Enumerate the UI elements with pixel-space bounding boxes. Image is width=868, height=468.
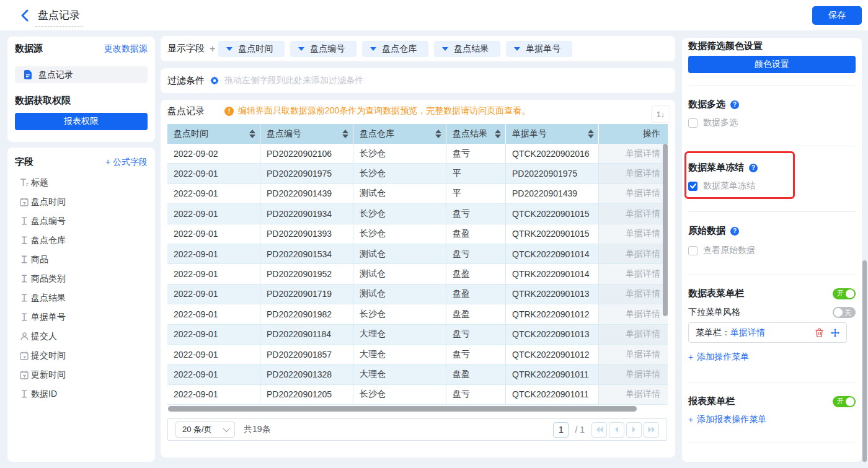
menu-item-label: 菜单栏：: [696, 327, 730, 338]
filter-dropzone-placeholder[interactable]: 拖动左侧字段到此处来添加过滤条件: [224, 75, 363, 86]
prev-page-button[interactable]: [609, 422, 624, 438]
chip-label: 盘点结果: [454, 43, 489, 55]
add-display-field-button[interactable]: +: [210, 43, 215, 55]
column-header-label: 单据单号: [512, 128, 547, 139]
table-row: 2022-09-01PD20220901857大理仓盘亏QTCK20220901…: [167, 345, 668, 364]
table-cell: 盘亏: [446, 345, 506, 364]
column-header[interactable]: 盘点时间: [167, 124, 260, 144]
page-number-input[interactable]: 1: [553, 422, 569, 438]
row-detail-link[interactable]: 单据详情: [599, 264, 668, 284]
column-header[interactable]: 单据单号: [506, 124, 599, 144]
row-detail-link[interactable]: 单据详情: [599, 285, 668, 304]
row-detail-link[interactable]: 单据详情: [599, 345, 668, 364]
cell-text: PD20220901534: [267, 249, 332, 259]
detail-link-label: 单据详情: [626, 148, 660, 159]
raw-data-checkbox[interactable]: [688, 246, 698, 255]
field-item[interactable]: 提交人: [15, 327, 148, 346]
save-button[interactable]: 保存: [812, 6, 862, 25]
field-item[interactable]: 盘点编号: [15, 211, 148, 231]
dropdown-style-toggle[interactable]: 关: [833, 307, 856, 318]
add-formula-field-link[interactable]: + 公式字段: [105, 157, 148, 168]
next-page-button[interactable]: [626, 422, 642, 438]
table-menubar-toggle[interactable]: 开: [833, 288, 856, 299]
row-detail-link[interactable]: 单据详情: [599, 364, 668, 384]
display-fields-card: 显示字段 + 盘点时间盘点编号盘点仓库盘点结果单据单号: [161, 36, 675, 61]
first-page-button[interactable]: [591, 422, 607, 438]
datasource-item[interactable]: 盘点记录: [15, 66, 148, 83]
display-field-chip[interactable]: 盘点编号: [290, 41, 356, 57]
plus-icon: +: [688, 415, 693, 425]
field-item[interactable]: 更新时间: [15, 365, 148, 384]
multi-select-checkbox[interactable]: [688, 118, 698, 128]
field-item[interactable]: 盘点结果: [15, 288, 148, 307]
table-vertical-scrollbar[interactable]: [663, 144, 668, 316]
chip-label: 盘点仓库: [382, 43, 417, 55]
display-field-chip[interactable]: 盘点结果: [434, 41, 500, 57]
display-field-chip[interactable]: 盘点仓库: [362, 41, 428, 57]
detail-link-label: 单据详情: [626, 168, 660, 179]
text-icon: [20, 216, 29, 226]
sort-order-button[interactable]: 1↓: [651, 105, 670, 123]
page-size-select[interactable]: 20 条/页: [175, 422, 235, 438]
window-scrollbar[interactable]: [862, 260, 867, 462]
back-button[interactable]: [16, 7, 32, 24]
field-item-label: 提交时间: [31, 350, 66, 361]
row-detail-link[interactable]: 单据详情: [599, 385, 668, 405]
field-item[interactable]: 盘点仓库: [15, 231, 148, 250]
trash-icon[interactable]: [815, 329, 823, 337]
cell-text: 2022-09-02: [174, 149, 218, 159]
gear-icon[interactable]: [210, 76, 219, 85]
field-item[interactable]: 提交时间: [15, 346, 148, 365]
change-datasource-link[interactable]: 更改数据源: [104, 43, 148, 55]
sort-icon[interactable]: [588, 130, 594, 138]
color-settings-button[interactable]: 颜色设置: [688, 56, 856, 73]
report-menubar-toggle[interactable]: 开: [833, 396, 856, 407]
row-detail-link[interactable]: 单据详情: [599, 184, 668, 204]
row-detail-link[interactable]: 单据详情: [599, 204, 668, 224]
multi-select-checkbox-row[interactable]: 数据多选: [688, 117, 856, 128]
sort-icon[interactable]: [342, 130, 348, 138]
table-row: 2022-09-01PD20220901934长沙仓盘亏QTCK20220901…: [167, 204, 668, 224]
field-item[interactable]: 单据单号: [15, 307, 148, 327]
help-icon[interactable]: ?: [730, 227, 739, 236]
table-horizontal-scrollbar[interactable]: [168, 406, 637, 412]
last-page-button[interactable]: [644, 422, 659, 438]
row-detail-link[interactable]: 单据详情: [599, 325, 668, 345]
column-header[interactable]: 盘点仓库: [353, 124, 446, 144]
column-header[interactable]: 盘点结果: [446, 124, 506, 144]
table-menubar-title: 数据表菜单栏: [688, 288, 744, 299]
sort-icon[interactable]: [435, 130, 441, 138]
add-report-menu-link[interactable]: +添加报表操作菜单: [688, 414, 766, 425]
menu-item-box[interactable]: 菜单栏： 单据详情: [688, 322, 847, 343]
menu-freeze-checkbox[interactable]: [688, 182, 698, 191]
menu-item-value[interactable]: 单据详情: [730, 327, 765, 338]
field-item[interactable]: 数据ID: [15, 384, 148, 404]
help-icon[interactable]: ?: [749, 164, 758, 172]
move-icon[interactable]: [831, 329, 839, 337]
row-detail-link[interactable]: 单据详情: [599, 164, 668, 183]
field-item[interactable]: 盘点时间: [15, 192, 148, 211]
table-cell: 测试仓: [353, 285, 446, 304]
detail-link-label: 单据详情: [626, 349, 660, 360]
column-header[interactable]: 操作: [599, 124, 668, 144]
field-item[interactable]: 商品: [15, 250, 148, 269]
raw-data-checkbox-row[interactable]: 查看原始数据: [688, 245, 856, 256]
field-item[interactable]: 商品类别: [15, 269, 148, 288]
row-detail-link[interactable]: 单据详情: [599, 144, 668, 164]
table-cell: PD20220901975: [506, 164, 599, 183]
help-icon[interactable]: ?: [730, 100, 739, 109]
add-action-menu-link[interactable]: +添加操作菜单: [688, 351, 749, 363]
sort-icon[interactable]: [249, 130, 255, 138]
field-list: 标题盘点时间盘点编号盘点仓库商品商品类别盘点结果单据单号提交人提交时间更新时间数…: [15, 173, 148, 404]
row-detail-link[interactable]: 单据详情: [599, 304, 668, 324]
row-detail-link[interactable]: 单据详情: [599, 244, 668, 264]
display-field-chip[interactable]: 盘点时间: [218, 41, 285, 57]
display-field-chip[interactable]: 单据单号: [506, 41, 572, 57]
sort-icon[interactable]: [495, 130, 501, 138]
row-detail-link[interactable]: 单据详情: [599, 224, 668, 244]
report-permission-button[interactable]: 报表权限: [15, 113, 148, 130]
page-title[interactable]: 盘点记录: [35, 8, 82, 27]
menu-freeze-checkbox-row[interactable]: 数据菜单冻结: [688, 180, 856, 192]
column-header[interactable]: 盘点编号: [260, 124, 353, 144]
field-item[interactable]: 标题: [15, 173, 148, 192]
